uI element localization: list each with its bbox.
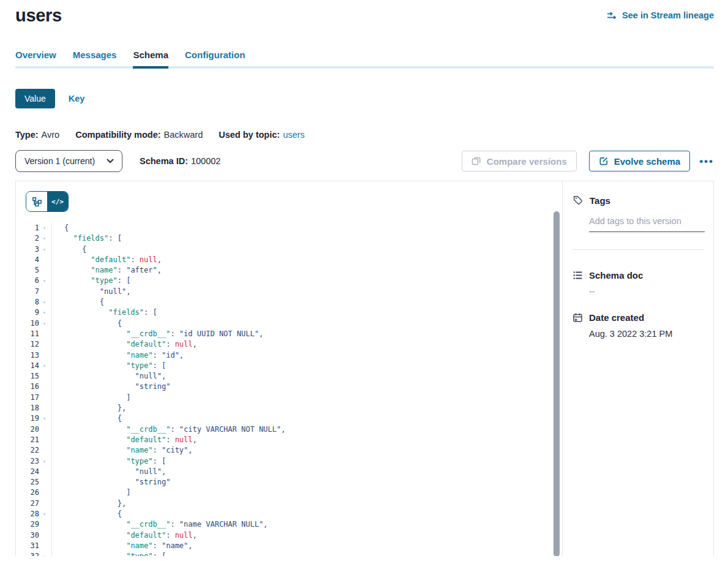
code-text: "type": [ [51, 456, 562, 467]
chevron-down-icon [107, 159, 114, 164]
tree-view-button[interactable] [26, 192, 47, 211]
code-line: 14▾ "type": [ [16, 361, 562, 371]
code-text: }, [51, 403, 562, 413]
fold-toggle-icon[interactable]: ▾ [39, 413, 50, 424]
code-line: 24 "null", [16, 467, 562, 477]
evolve-schema-button[interactable]: Evolve schema [589, 151, 690, 171]
fold-toggle-icon[interactable]: ▾ [39, 276, 50, 286]
code-text: "default": null, [51, 339, 562, 350]
code-view-button[interactable]: </> [47, 192, 68, 211]
line-number: 22 [16, 445, 39, 456]
fold-toggle-icon[interactable]: ▾ [39, 297, 50, 307]
meta-type-label: Type: [15, 130, 39, 140]
code-text: "fields": [ [51, 307, 562, 318]
code-line: 17 ] [16, 393, 562, 403]
code-line: 10▾ { [16, 318, 562, 329]
code-line: 21 "default": null, [16, 435, 562, 445]
code-line: 20 "__crdb__": "city VARCHAR NOT NULL", [16, 424, 562, 435]
fold-gutter [39, 424, 50, 435]
more-options-button[interactable]: ••• [699, 156, 714, 167]
fold-toggle-icon[interactable]: ▾ [39, 456, 50, 467]
fold-toggle-icon[interactable]: ▾ [39, 233, 50, 244]
code-line: 26 ] [16, 488, 562, 498]
code-line: 19▾ { [16, 413, 562, 424]
meta-topic-label: Used by topic: [219, 130, 280, 140]
code-line: 8▾ { [16, 297, 562, 307]
line-number: 15 [16, 371, 39, 382]
line-number: 27 [16, 499, 39, 509]
list-icon [572, 270, 583, 280]
code-line: 6▾ "type": [ [16, 276, 562, 286]
code-text: "default": null, [51, 255, 562, 265]
line-number: 32 [16, 551, 39, 556]
key-toggle-button[interactable]: Key [69, 94, 85, 104]
page-title: users [15, 6, 62, 26]
code-line: 29 "__crdb__": "name VARCHAR NULL", [16, 519, 562, 530]
schema-sidebar: Tags Schema doc -- [563, 181, 713, 556]
tab-configuration[interactable]: Configuration [185, 50, 245, 66]
code-line: 30 "default": null, [16, 530, 562, 541]
value-key-toggle: Value Key [15, 89, 714, 108]
code-text: "__crdb__": "city VARCHAR NOT NULL", [51, 424, 562, 435]
evolve-schema-icon [599, 156, 609, 166]
fold-gutter [39, 499, 50, 509]
tab-schema[interactable]: Schema [133, 50, 168, 66]
code-line: 7 "null", [16, 287, 562, 297]
fold-toggle-icon[interactable]: ▾ [39, 318, 50, 329]
fold-toggle-icon[interactable]: ▾ [39, 551, 50, 556]
schema-doc-value: -- [589, 287, 705, 296]
value-toggle-button[interactable]: Value [15, 89, 55, 108]
topic-link[interactable]: users [283, 130, 304, 140]
tab-messages[interactable]: Messages [73, 50, 117, 66]
code-text: "type": [ [51, 276, 562, 286]
code-text: { [51, 509, 562, 519]
code-text: "type": [ [51, 551, 562, 556]
schema-editor[interactable]: </> 1▾{2▾ "fields": [3▾ {4 "default": nu… [16, 181, 563, 556]
fold-gutter [39, 287, 50, 297]
line-number: 19 [16, 413, 39, 424]
fold-gutter [39, 488, 50, 498]
fold-toggle-icon[interactable]: ▾ [39, 244, 50, 255]
code-text: "string" [51, 382, 562, 392]
fold-gutter [39, 339, 50, 350]
fold-gutter [39, 519, 50, 530]
fold-toggle-icon[interactable]: ▾ [39, 361, 50, 371]
fold-gutter [39, 255, 50, 265]
code-text: { [51, 413, 562, 424]
tab-track [15, 66, 714, 69]
tab-overview[interactable]: Overview [15, 50, 56, 66]
fold-toggle-icon[interactable]: ▾ [39, 509, 50, 519]
version-select[interactable]: Version 1 (current) [15, 150, 122, 172]
compare-versions-button[interactable]: Compare versions [462, 151, 577, 171]
line-number: 11 [16, 329, 39, 339]
schema-panel: </> 1▾{2▾ "fields": [3▾ {4 "default": nu… [15, 181, 714, 556]
code-line: 16 "string" [16, 382, 562, 392]
code-text: "null", [51, 287, 562, 297]
code-text: "__crdb__": "name VARCHAR NULL", [51, 519, 562, 530]
scrollbar-thumb[interactable] [554, 211, 560, 556]
line-number: 25 [16, 477, 39, 488]
code-line: 12 "default": null, [16, 339, 562, 350]
line-number: 13 [16, 350, 39, 361]
code-text: ] [51, 488, 562, 498]
code-line: 4 "default": null, [16, 255, 562, 265]
fold-toggle-icon[interactable]: ▾ [39, 307, 50, 318]
code-line: 25 "string" [16, 477, 562, 488]
code-text: "null", [51, 467, 562, 477]
line-number: 23 [16, 456, 39, 467]
code-text: "name": "city", [51, 445, 562, 456]
code-text: "default": null, [51, 435, 562, 445]
code-text: "string" [51, 477, 562, 488]
code-text: "fields": [ [51, 233, 562, 244]
fold-toggle-icon[interactable]: ▾ [39, 223, 50, 233]
code-text: }, [51, 499, 562, 509]
line-number: 29 [16, 519, 39, 530]
code-text: "default": null, [51, 530, 562, 541]
stream-lineage-link[interactable]: See in Stream lineage [607, 10, 714, 20]
tags-input[interactable] [589, 216, 705, 232]
calendar-plus-icon [572, 312, 583, 323]
code-line: 9▾ "fields": [ [16, 307, 562, 318]
line-number: 2 [16, 233, 39, 244]
meta-used-by-topic: Used by topic:users [219, 130, 304, 140]
schema-meta: Type:Avro Compatibility mode:Backward Us… [15, 130, 714, 140]
